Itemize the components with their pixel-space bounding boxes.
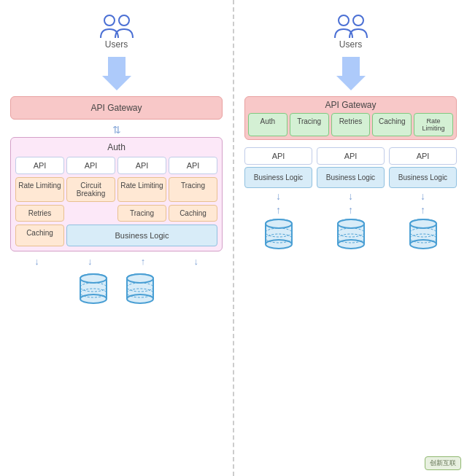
- left-arrow: [102, 57, 131, 90]
- left-tracing-2: Tracing: [117, 205, 166, 222]
- watermark: 创新互联: [425, 456, 461, 470]
- left-auth-label: Auth: [15, 142, 217, 152]
- left-db-2: [124, 273, 156, 311]
- left-api-2: API: [66, 157, 115, 174]
- left-api-3: API: [117, 157, 166, 174]
- left-api-grid: API API API API: [15, 157, 217, 174]
- left-users-label: Users: [105, 39, 128, 50]
- right-ms-col-3: API Business Logic ↓ ↑: [389, 147, 457, 256]
- left-diagram: API Gateway ⇅ Auth API API API API Rate …: [10, 96, 223, 311]
- right-api-gateway-box: API Gateway Auth Tracing Retries Caching…: [244, 96, 457, 140]
- right-ms-1-api: API: [244, 147, 312, 165]
- right-api-gateway-title: API Gateway: [248, 100, 453, 110]
- left-double-arrow: ⇅: [10, 124, 223, 136]
- right-ms-2-arrow-down: ↓: [348, 190, 353, 202]
- right-arrow: [336, 57, 366, 90]
- svg-point-19: [353, 15, 363, 26]
- right-users-label: Users: [339, 39, 362, 50]
- left-db-row: [10, 273, 223, 311]
- left-tracing-1: Tracing: [169, 177, 217, 202]
- left-caching-1: Caching: [169, 205, 217, 222]
- right-ms-3-api: API: [389, 147, 457, 165]
- left-users-icon: [98, 13, 136, 39]
- left-users-section: Users: [98, 13, 136, 50]
- right-gw-auth: Auth: [248, 113, 287, 136]
- right-users-icon: [332, 13, 370, 39]
- right-ms-3-arrow-down: ↓: [420, 190, 425, 202]
- right-gw-rate-limiting: Rate Limiting: [414, 113, 453, 136]
- left-api-1: API: [15, 157, 64, 174]
- right-ms-3-arrow-up: ↑: [420, 204, 425, 216]
- right-ms-2-api: API: [317, 147, 385, 165]
- right-db-1: [263, 218, 295, 256]
- right-ms-1-arrow-up: ↑: [276, 204, 281, 216]
- svg-point-7: [80, 274, 107, 283]
- svg-point-15: [127, 274, 153, 283]
- left-retries: Retries: [15, 205, 64, 222]
- svg-point-25: [266, 219, 292, 228]
- left-row2: Rate Limiting Circuit Breaking Rate Limi…: [15, 177, 217, 202]
- right-ms-1-arrow-down: ↓: [276, 190, 281, 202]
- right-ms-3-biz: Business Logic: [389, 167, 457, 188]
- right-panel: Users API Gateway Auth Tracing Retries C…: [234, 0, 467, 476]
- svg-point-18: [339, 15, 349, 26]
- right-ms-1-biz: Business Logic: [244, 167, 312, 188]
- right-gateway-services: Auth Tracing Retries Caching Rate Limiti…: [248, 113, 453, 136]
- left-db-arrows: ↓ ↓ ↑ ↓: [10, 256, 223, 267]
- right-db-3: [407, 218, 439, 256]
- left-business-logic: Business Logic: [66, 225, 217, 246]
- right-ms-col-2: API Business Logic ↓ ↑: [317, 147, 385, 256]
- svg-point-33: [338, 219, 364, 228]
- right-gw-caching: Caching: [372, 113, 412, 136]
- right-ms-col-1: API Business Logic ↓ ↑: [244, 147, 312, 256]
- left-api-gateway: API Gateway: [10, 96, 223, 120]
- left-auth-outer: Auth API API API API Rate Limiting Circu…: [10, 137, 223, 251]
- left-api-4: API: [169, 157, 217, 174]
- left-circuit-breaking: Circuit Breaking: [66, 177, 115, 202]
- left-db-1: [77, 273, 109, 311]
- left-panel: Users API Gateway ⇅ Auth API API API API: [0, 0, 234, 476]
- svg-point-41: [410, 219, 436, 228]
- svg-point-1: [119, 15, 129, 26]
- right-diagram: API Gateway Auth Tracing Retries Caching…: [244, 96, 457, 256]
- left-row3: Retries Tracing Caching: [15, 205, 217, 222]
- left-rate-limiting-1: Rate Limiting: [15, 177, 64, 202]
- left-row4: Caching Business Logic: [15, 225, 217, 246]
- left-caching-2: Caching: [15, 225, 64, 246]
- left-rate-limiting-2: Rate Limiting: [117, 177, 166, 202]
- right-db-2: [335, 218, 367, 256]
- svg-point-0: [104, 15, 115, 26]
- main-container: Users API Gateway ⇅ Auth API API API API: [0, 0, 467, 476]
- right-ms-2-biz: Business Logic: [317, 167, 385, 188]
- right-ms-2-arrow-up: ↑: [348, 204, 353, 216]
- right-microservices: API Business Logic ↓ ↑: [244, 147, 457, 256]
- right-gw-retries: Retries: [331, 113, 371, 136]
- right-users-section: Users: [332, 13, 370, 50]
- right-gw-tracing: Tracing: [290, 113, 329, 136]
